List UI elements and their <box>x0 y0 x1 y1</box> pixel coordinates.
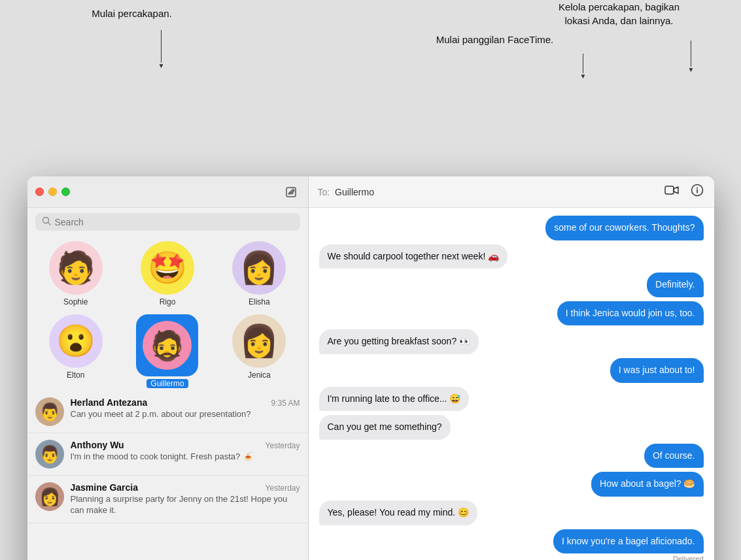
compose-button[interactable] <box>282 183 300 201</box>
arrow-head-3: ▼ <box>688 67 695 73</box>
conversation-name: Anthony Wu <box>71 440 124 450</box>
message-bubble: some of our coworkers. Thoughts? <box>545 216 703 240</box>
message-row: Definitely. <box>319 272 704 297</box>
message-row: I know you're a bagel aficionado.Deliver… <box>319 529 704 560</box>
message-row: I'm running late to the office... 😅 <box>319 387 704 412</box>
conversation-preview: I'm in the mood to cook tonight. Fresh p… <box>71 452 300 463</box>
annotation-arrow-start: ▼ <box>158 30 165 69</box>
conversation-preview: Planning a surprise party for Jenny on t… <box>71 494 300 516</box>
messages-area: some of our coworkers. Thoughts?We shoul… <box>309 208 714 560</box>
annotation-facetime: Mulai panggilan FaceTime. <box>420 33 570 46</box>
message-row: Of course. <box>319 444 704 469</box>
conversation-content: Anthony WuYesterdayI'm in the mood to co… <box>71 440 300 463</box>
pinned-contact[interactable]: 🧑Sophie <box>37 241 115 306</box>
message-bubble: Yes, please! You read my mind. 😊 <box>319 501 478 525</box>
message-bubble: I'm running late to the office... 😅 <box>319 387 470 412</box>
message-bubble: I know you're a bagel aficionado. <box>553 529 703 554</box>
annotation-arrow-manage: ▼ <box>688 41 695 73</box>
chat-header: To: Guillermo <box>309 176 714 208</box>
conversation-item[interactable]: 👨Herland Antezana9:35 AMCan you meet at … <box>27 391 308 433</box>
message-row: We should carpool together next week! 🚗 <box>319 244 704 269</box>
search-icon <box>42 216 51 227</box>
minimize-button[interactable] <box>48 188 57 196</box>
conversation-list: 👨Herland Antezana9:35 AMCan you meet at … <box>27 391 308 560</box>
avatar: 👨 <box>35 397 64 426</box>
message-row: How about a bagel? 🥯 <box>319 472 704 497</box>
conversation-name: Herland Antezana <box>71 397 148 408</box>
message-bubble: Of course. <box>644 444 704 469</box>
conversation-time: Yesterday <box>266 484 300 493</box>
message-row: Are you getting breakfast soon? 👀 <box>319 329 704 354</box>
avatar: 👩 <box>35 482 64 511</box>
maximize-button[interactable] <box>61 188 70 196</box>
svg-point-6 <box>697 188 698 189</box>
pinned-contact[interactable]: 🧔Guillermo <box>128 314 207 388</box>
message-row: I think Jenica would join us, too. <box>319 301 704 326</box>
close-button[interactable] <box>35 188 44 196</box>
annotations-area: Mulai percakapan. ▼ Mulai panggilan Face… <box>27 0 714 91</box>
facetime-button[interactable] <box>663 184 680 200</box>
conversation-content: Herland Antezana9:35 AMCan you meet at 2… <box>71 397 300 420</box>
pin-name: Sophie <box>63 297 88 306</box>
chat-actions <box>663 182 705 201</box>
delivered-label: Delivered <box>673 555 703 560</box>
message-bubble: We should carpool together next week! 🚗 <box>319 244 508 269</box>
pinned-contact[interactable]: 👩Jenica <box>220 314 298 388</box>
main-window: 🧑Sophie🤩Rigo👩Elisha 😮Elton🧔Guillermo👩Jen… <box>27 176 714 560</box>
arrow-head: ▼ <box>158 63 165 69</box>
arrow-head-2: ▼ <box>580 73 587 80</box>
message-bubble: Definitely. <box>647 272 703 297</box>
message-row: Can you get me something? <box>319 415 704 440</box>
svg-rect-3 <box>665 186 674 194</box>
pin-name: Jenica <box>248 371 271 380</box>
to-label: To: <box>318 187 330 197</box>
annotation-arrow-facetime: ▼ <box>580 54 587 80</box>
pin-name: Guillermo <box>146 379 188 388</box>
titlebar <box>27 176 308 208</box>
conversation-item[interactable]: 👨Anthony WuYesterdayI'm in the mood to c… <box>27 433 308 476</box>
message-bubble: Can you get me something? <box>319 415 451 440</box>
conversation-item[interactable]: 👩Jasmine GarciaYesterdayPlanning a surpr… <box>27 476 308 523</box>
search-bar <box>35 213 300 231</box>
pinned-contact[interactable]: 😮Elton <box>37 314 115 388</box>
pinned-contact[interactable]: 🤩Rigo <box>128 241 207 306</box>
message-bubble: I was just about to! <box>610 358 704 383</box>
pin-name: Elisha <box>249 297 270 306</box>
svg-line-2 <box>48 223 50 225</box>
pinned-row-1: 🧑Sophie🤩Rigo👩Elisha <box>27 236 308 309</box>
avatar: 👨 <box>35 440 64 469</box>
conversation-time: 9:35 AM <box>271 399 300 408</box>
conversation-content: Jasmine GarciaYesterdayPlanning a surpri… <box>71 482 300 516</box>
pin-name: Rigo <box>160 297 176 306</box>
annotation-start-convo: Mulai percakapan. <box>80 7 184 20</box>
annotation-manage: Kelola percakapan, bagikanlokasi Anda, d… <box>538 0 701 27</box>
message-bubble: How about a bagel? 🥯 <box>591 472 703 497</box>
chat-recipient: Guillermo <box>335 187 374 197</box>
left-panel: 🧑Sophie🤩Rigo👩Elisha 😮Elton🧔Guillermo👩Jen… <box>27 176 309 560</box>
message-bubble: Are you getting breakfast soon? 👀 <box>319 329 479 354</box>
message-row: I was just about to! <box>319 358 704 383</box>
conversation-preview: Can you meet at 2 p.m. about our present… <box>71 409 300 420</box>
traffic-lights <box>35 188 70 196</box>
chat-to: To: Guillermo <box>318 187 374 197</box>
conversation-time: Yesterday <box>266 441 300 450</box>
conversation-name: Jasmine Garcia <box>71 482 139 493</box>
message-bubble: I think Jenica would join us, too. <box>557 301 704 326</box>
message-row: some of our coworkers. Thoughts? <box>319 216 704 240</box>
page-wrapper: Mulai percakapan. ▼ Mulai panggilan Face… <box>27 0 714 560</box>
info-button[interactable] <box>689 182 705 201</box>
pin-name: Elton <box>67 371 84 380</box>
right-panel: To: Guillermo <box>309 176 714 560</box>
pinned-row-2: 😮Elton🧔Guillermo👩Jenica <box>27 309 308 391</box>
search-input[interactable] <box>55 217 294 227</box>
message-row: Yes, please! You read my mind. 😊 <box>319 501 704 525</box>
pinned-contact[interactable]: 👩Elisha <box>220 241 298 306</box>
